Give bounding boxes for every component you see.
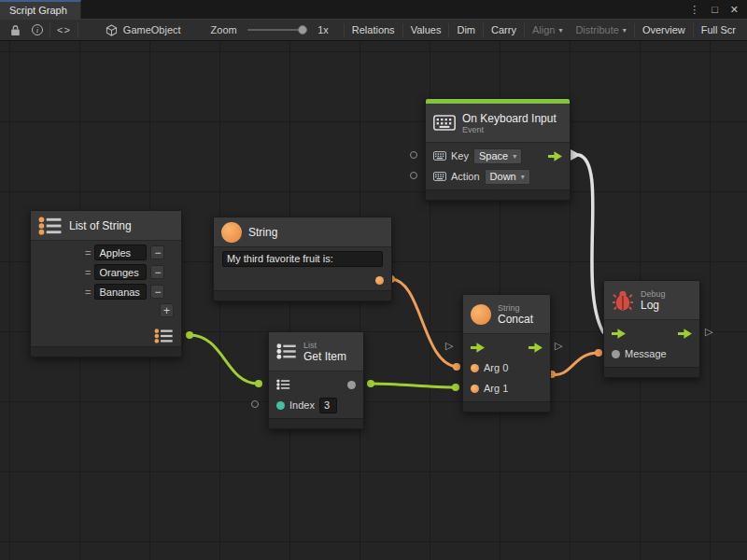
item-output-port[interactable]: [347, 381, 356, 389]
list-item-input[interactable]: [94, 284, 147, 300]
list-item-row: = −: [31, 282, 181, 301]
item-handle-icon: =: [85, 287, 91, 298]
zoom-slider[interactable]: [247, 29, 307, 31]
toolbar-separator: [634, 23, 635, 37]
code-icon[interactable]: <>: [51, 20, 77, 40]
info-icon[interactable]: i: [26, 20, 49, 40]
node-category: String: [498, 303, 533, 313]
toolbar-separator: [483, 23, 484, 37]
node-list-of-string[interactable]: List of String = − = − = − +: [30, 210, 182, 357]
key-dropdown[interactable]: Space▾: [473, 148, 522, 164]
gameobject-selector[interactable]: GameObject: [100, 20, 187, 40]
close-icon[interactable]: ✕: [730, 4, 739, 16]
lock-icon[interactable]: [5, 20, 26, 40]
log-flow-out-stub-icon[interactable]: ▷: [705, 327, 712, 337]
flow-output-icon[interactable]: [548, 151, 562, 161]
list-item-input[interactable]: [94, 245, 147, 260]
port-dot[interactable]: [255, 380, 262, 387]
getitem-index-input-port[interactable]: [251, 400, 259, 408]
port-dot[interactable]: [453, 363, 460, 371]
wire-getitem-to-concat[interactable]: [371, 384, 455, 387]
index-input[interactable]: [319, 398, 337, 413]
node-title: Get Item: [303, 350, 346, 363]
remove-item-button[interactable]: −: [150, 285, 164, 299]
tab-script-graph[interactable]: Script Graph: [0, 0, 81, 19]
key-port-label: Key: [451, 150, 469, 161]
fullscreen-button[interactable]: Full Scr: [695, 20, 742, 40]
node-get-item[interactable]: List Get Item Index: [268, 331, 364, 429]
remove-item-button[interactable]: −: [150, 265, 164, 279]
node-footer: [269, 418, 363, 428]
toolbar-separator: [49, 23, 50, 37]
chevron-down-icon: ▾: [513, 152, 516, 161]
dim-button[interactable]: Dim: [450, 20, 482, 40]
arg0-input-port[interactable]: [471, 364, 479, 372]
align-dropdown: Align▾: [526, 20, 569, 40]
item-handle-icon: =: [85, 267, 91, 278]
carry-button[interactable]: Carry: [485, 20, 523, 40]
list-input-port-icon[interactable]: [276, 379, 290, 390]
list-item-row: = −: [31, 262, 181, 282]
list-item-input[interactable]: [94, 264, 147, 280]
string-type-icon: [221, 222, 242, 243]
flow-input-icon[interactable]: [612, 329, 626, 339]
node-string-literal[interactable]: String: [213, 217, 392, 301]
distribute-dropdown: Distribute▾: [569, 20, 632, 40]
node-concat[interactable]: String Concat Arg 0 Arg 1: [462, 294, 551, 413]
flow-output-icon[interactable]: [529, 343, 543, 353]
index-input-port[interactable]: [276, 401, 285, 410]
port-dot[interactable]: [595, 349, 602, 357]
wire-concat-to-log[interactable]: [552, 353, 599, 374]
port-dot[interactable]: [186, 331, 193, 339]
node-title: On Keyboard Input: [462, 112, 557, 125]
node-footer: [463, 401, 550, 412]
arg1-input-port[interactable]: [471, 385, 479, 393]
flow-output-icon[interactable]: [678, 329, 692, 339]
action-dropdown[interactable]: Down▾: [485, 169, 530, 185]
graph-toolbar: i <> GameObject Zoom 1x Relations Values…: [0, 19, 747, 41]
list-output-port-icon[interactable]: [154, 329, 174, 343]
concat-flow-out-stub-icon[interactable]: ▷: [555, 341, 562, 351]
values-button[interactable]: Values: [404, 20, 448, 40]
toolbar-separator: [524, 23, 525, 37]
node-title: Concat: [498, 313, 533, 326]
port-dot[interactable]: [452, 384, 459, 391]
flow-input-icon[interactable]: [471, 343, 485, 353]
zoom-label: Zoom: [205, 20, 243, 40]
port-dot[interactable]: [367, 380, 374, 387]
add-item-button[interactable]: +: [160, 303, 174, 317]
window-menu-icon[interactable]: ⋮: [689, 4, 699, 16]
wire-string-to-concat[interactable]: [391, 279, 457, 367]
overview-button[interactable]: Overview: [636, 20, 692, 40]
toolbar-separator: [693, 23, 694, 37]
string-output-port[interactable]: [375, 276, 384, 285]
list-icon: [276, 343, 297, 359]
chevron-down-icon: ▾: [558, 26, 562, 35]
keyboard-action-input-port[interactable]: [410, 172, 417, 179]
wire-keyboard-to-log[interactable]: [579, 155, 603, 332]
relations-button[interactable]: Relations: [345, 20, 402, 40]
keyboard-icon: [433, 115, 456, 131]
node-category: List: [303, 341, 346, 350]
arg0-label: Arg 0: [484, 362, 508, 373]
message-port-label: Message: [625, 348, 667, 359]
wire-list-to-getitem[interactable]: [190, 335, 258, 384]
node-debug-log[interactable]: Debug Log Message: [603, 280, 700, 378]
node-on-keyboard-input[interactable]: On Keyboard Input Event Key Space▾ Actio…: [425, 98, 571, 201]
concat-flow-in-stub-icon[interactable]: ▷: [445, 341, 453, 351]
toolbar-separator: [78, 23, 78, 37]
keyboard-key-input-port[interactable]: [410, 151, 417, 159]
message-input-port[interactable]: [612, 350, 620, 358]
zoom-slider-handle[interactable]: [298, 25, 307, 35]
keyboard-icon: [433, 172, 446, 181]
toolbar-separator: [402, 23, 403, 37]
node-footer: [31, 346, 181, 357]
bug-icon: [612, 289, 634, 312]
graph-canvas[interactable]: ▷ ▷ ▷ On Keyboard Input Event Key Space▾: [0, 41, 747, 560]
index-port-label: Index: [289, 399, 315, 411]
maximize-icon[interactable]: □: [712, 4, 718, 15]
remove-item-button[interactable]: −: [150, 245, 164, 259]
string-value-input[interactable]: [222, 251, 383, 267]
action-port-label: Action: [451, 171, 480, 182]
gameobject-label: GameObject: [123, 24, 181, 35]
